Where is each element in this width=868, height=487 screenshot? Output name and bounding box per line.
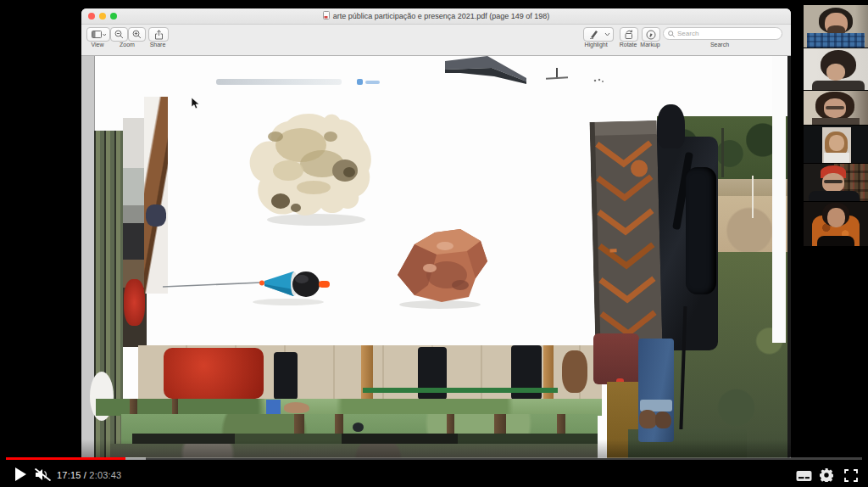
subtitles-button[interactable] <box>796 470 812 485</box>
search-placeholder: Search <box>677 30 698 37</box>
window-title: arte pública participação e presença 202… <box>81 8 791 24</box>
blue-fragment <box>266 400 281 415</box>
boot <box>655 411 671 428</box>
share-icon <box>154 30 164 40</box>
time-separator: / <box>81 470 90 480</box>
participant-shirt <box>812 118 860 125</box>
highlight-button[interactable] <box>583 27 604 42</box>
player-controls-scrim <box>0 439 868 487</box>
highlight-dropdown-button[interactable] <box>602 27 614 42</box>
pdf-page-content <box>81 56 791 458</box>
glasses <box>824 180 843 183</box>
fishing-float-photo <box>161 264 331 306</box>
backpack <box>686 167 716 294</box>
participant-face <box>829 135 844 151</box>
rotate-icon <box>624 30 634 40</box>
participant-shoulder <box>817 236 854 246</box>
highlighter-pen-icon <box>589 30 598 39</box>
wood-post <box>361 345 373 401</box>
muted-volume-icon <box>34 468 52 481</box>
window-right-edge <box>787 56 791 458</box>
view-label: View <box>86 42 108 48</box>
fullscreen-icon <box>844 469 858 482</box>
participant-face <box>826 64 845 81</box>
fullscreen-button[interactable] <box>844 469 858 485</box>
tiled-floor-fragment <box>138 345 602 401</box>
highlight-label: Highlight <box>577 42 615 48</box>
animal-skull-photo <box>242 103 381 228</box>
navy-fragment <box>146 204 166 227</box>
play-button[interactable] <box>15 467 26 481</box>
pdf-document-icon <box>323 11 330 21</box>
fence-post <box>130 399 137 416</box>
zoom-in-icon <box>132 30 142 39</box>
red-sweater-fragment <box>124 279 145 326</box>
faded-text-line <box>216 79 342 85</box>
plaid-shirt <box>807 33 865 48</box>
search-label: Search <box>663 42 776 48</box>
white-pole <box>752 176 754 218</box>
link-icon <box>357 79 363 85</box>
outdoor-video-fragment <box>657 104 789 458</box>
sidebar-icon <box>92 31 106 39</box>
participant-video-1 <box>804 5 868 48</box>
zoom-in-button[interactable] <box>128 27 146 42</box>
view-button[interactable] <box>86 27 110 42</box>
person-jeans <box>638 339 674 442</box>
person-legs <box>274 352 298 400</box>
small-mark-base <box>546 76 568 79</box>
red-machine <box>164 348 264 399</box>
chevron-down-icon <box>604 32 610 36</box>
participant-video-2 <box>804 48 868 90</box>
rotate-label: Rotate <box>616 42 640 48</box>
rotate-button[interactable] <box>620 27 638 42</box>
participant-video-3 <box>804 91 868 125</box>
subtitles-icon <box>796 470 812 482</box>
faded-blue-link <box>357 78 380 86</box>
markup-button[interactable] <box>642 27 660 42</box>
markup-pen-icon <box>646 30 656 40</box>
tree-trunk <box>721 128 724 177</box>
person-head <box>657 104 685 148</box>
page-right-margin <box>772 56 786 343</box>
participant-video-5 <box>804 164 868 201</box>
participant-video-4 <box>804 126 868 163</box>
window-titlebar: arte pública participação e presença 202… <box>81 8 791 25</box>
glasses <box>826 106 844 109</box>
progress-played <box>6 457 125 460</box>
zoom-label: Zoom <box>110 42 144 48</box>
duration: 2:03:43 <box>89 470 121 480</box>
zoom-out-button[interactable] <box>110 27 128 42</box>
window-title-text: arte pública participação e presença 202… <box>333 12 550 20</box>
search-input[interactable]: Search <box>663 27 782 40</box>
settings-button[interactable] <box>820 468 833 485</box>
red-rock-photo <box>386 226 500 311</box>
shoe-fragment <box>284 402 309 413</box>
mouse-cursor <box>192 98 200 110</box>
markup-label: Markup <box>637 42 663 48</box>
white-top <box>824 153 849 163</box>
zoom-out-icon <box>114 30 124 39</box>
small-marks <box>593 78 604 82</box>
boot <box>639 410 657 428</box>
gear-icon <box>820 468 833 482</box>
share-label: Share <box>148 42 167 48</box>
foliage-strip-1 <box>96 399 602 416</box>
roofline-photo-fragment <box>445 56 526 87</box>
mute-button[interactable] <box>34 468 52 484</box>
maroon-shirt-fragment <box>593 333 639 384</box>
green-line <box>363 388 558 393</box>
preview-window: arte pública participação e presença 202… <box>81 8 791 458</box>
participant-shoulder <box>809 191 860 201</box>
chevron-metal-plate-photo <box>590 120 663 345</box>
progress-bar[interactable] <box>0 457 868 460</box>
window-toolbar: View Zoom Share Highlight Rotate <box>81 25 791 56</box>
link-text-blur <box>365 81 380 84</box>
participant-face <box>827 208 845 227</box>
time-display: 17:15 / 2:03:43 <box>57 470 121 480</box>
current-time: 17:15 <box>57 470 81 480</box>
participant-video-6 <box>804 202 868 246</box>
search-icon <box>668 31 675 37</box>
participant-shoulder <box>812 81 865 90</box>
share-button[interactable] <box>148 27 169 42</box>
